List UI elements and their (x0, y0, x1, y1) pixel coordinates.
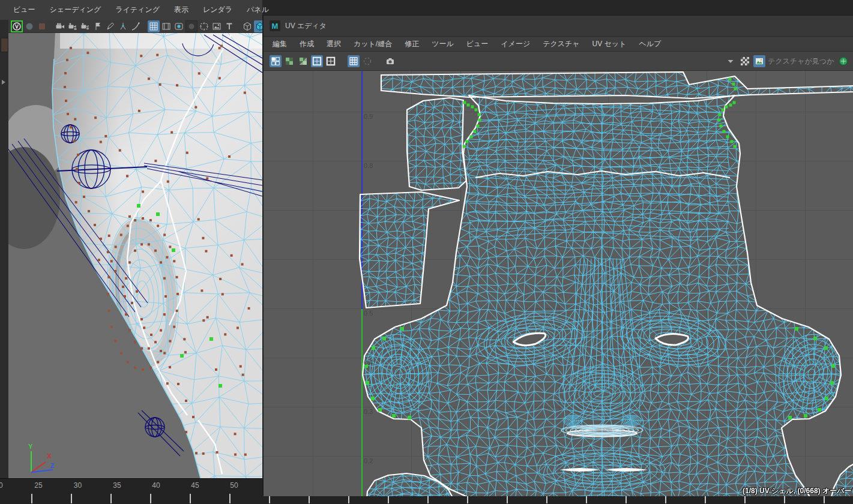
timeline-tick (71, 494, 72, 503)
toolbox-strip[interactable] (0, 20, 8, 478)
maya-window: ビューシェーディングライティング表示レンダラパネル 20253035404550… (0, 0, 853, 504)
timeline-frame-number: 45 (191, 481, 199, 490)
pixel-snap-grid-icon[interactable] (348, 55, 360, 67)
camera-icon[interactable] (54, 20, 66, 32)
sculpt-brush-icon[interactable] (130, 20, 142, 32)
toolbox-icon[interactable] (1, 38, 8, 52)
timeline-frame-number: 40 (152, 481, 160, 490)
timeline-frame-number: 50 (230, 481, 238, 490)
checker-a-icon[interactable] (283, 55, 295, 67)
uv-editor-window[interactable]: M UV エディタ 編集作成選択カット/縫合修正ツールビューイメージテクスチャU… (262, 15, 853, 496)
uv-editor-toolbar: テクスチャが見つかり… (264, 52, 853, 71)
image-display-icon[interactable] (753, 55, 765, 67)
resolution-gate-icon[interactable] (173, 20, 185, 32)
uv-grid-label: 0.8 (364, 162, 373, 169)
uv-grid-label: 0.2 (364, 457, 373, 464)
timeline-frame-number: 30 (74, 481, 82, 490)
timeline-tick (229, 494, 231, 503)
uv-snapshot-camera-icon[interactable] (384, 55, 396, 67)
perspective-viewport[interactable] (8, 33, 262, 478)
wireframe-cube-icon[interactable] (241, 20, 253, 32)
menu-ビュー[interactable]: ビュー (13, 5, 35, 15)
uv-menu-編集[interactable]: 編集 (273, 39, 287, 49)
dim-circle-icon[interactable] (361, 55, 373, 67)
viewport-toolbar (8, 20, 262, 33)
viewport-menubar: ビューシェーディングライティング表示レンダラパネル (0, 0, 262, 20)
curve-pencil-icon[interactable] (104, 20, 116, 32)
dim-material-icon[interactable] (36, 20, 48, 32)
uv-menu-イメージ[interactable]: イメージ (501, 39, 530, 49)
toolbox-expand-icon[interactable] (2, 80, 5, 85)
uv-menu-選択[interactable]: 選択 (327, 39, 341, 49)
uv-menu-カット/縫合[interactable]: カット/縫合 (354, 39, 392, 49)
uv-editor-titlebar[interactable]: M UV エディタ (264, 16, 853, 37)
timeline-tick (110, 494, 112, 503)
uv-canvas[interactable]: (1/8) UV シェル, (0/668) オーバーラップ UV 0.90.80… (264, 71, 853, 496)
field-chart-icon[interactable] (198, 20, 210, 32)
isolate-select-icon[interactable] (11, 20, 23, 32)
uv-menu-ヘルプ[interactable]: ヘルプ (639, 39, 661, 49)
menu-表示[interactable]: 表示 (174, 5, 188, 15)
timeline-tick (31, 494, 32, 503)
image-plane-icon[interactable] (211, 20, 223, 32)
uv-grid-label: 0.4 (364, 359, 373, 366)
uv-menu-作成[interactable]: 作成 (300, 39, 314, 49)
camera-lock-icon[interactable] (67, 20, 79, 32)
checker-texture-icon[interactable] (739, 55, 751, 67)
uv-menu-修正[interactable]: 修正 (405, 39, 419, 49)
uv-menu-テクスチャ[interactable]: テクスチャ (543, 39, 579, 49)
gate-mask-icon[interactable] (185, 20, 197, 32)
hud-text-icon[interactable] (223, 20, 235, 32)
uv-grid-label: 0.5 (364, 310, 373, 317)
dim-sphere-icon[interactable] (23, 20, 35, 32)
grid-toggle-icon[interactable] (148, 20, 160, 32)
menu-パネル[interactable]: パネル (247, 5, 269, 15)
film-gate-icon[interactable] (160, 20, 172, 32)
uv-toolbar-right-group: テクスチャが見つかり… (725, 52, 849, 71)
uv-grid-label: 0.3 (364, 408, 373, 415)
uv-menu-ツール[interactable]: ツール (432, 39, 454, 49)
maya-logo-icon: M (270, 20, 280, 31)
uv-editor-title: UV エディタ (285, 21, 327, 31)
timeline-tick (150, 494, 151, 503)
uv-mesh-canvas[interactable] (264, 71, 853, 496)
menu-ライティング[interactable]: ライティング (115, 5, 160, 15)
uv-editor-menubar: 編集作成選択カット/縫合修正ツールビューイメージテクスチャUV セットヘルプ (264, 37, 853, 52)
camera-attributes-icon[interactable] (79, 20, 91, 32)
checker-gradient-icon[interactable] (297, 55, 309, 67)
uv-menu-UV セット[interactable]: UV セット (592, 39, 627, 49)
snap-tool-icon[interactable] (117, 20, 129, 32)
timeline-frame-number: 20 (0, 481, 3, 490)
timeline-frame-number: 35 (113, 481, 121, 490)
bookmark-icon[interactable] (92, 20, 104, 32)
timeline-tick (190, 494, 191, 503)
uv-border-grid-active-icon[interactable] (311, 55, 323, 67)
dropdown-arrow-icon[interactable] (725, 55, 737, 67)
uv-grid-label: 0.9 (364, 113, 373, 120)
timeline-frame-number: 25 (34, 481, 42, 490)
uv-border-grid-icon[interactable] (325, 55, 337, 67)
texture-status-text: テクスチャが見つかり… (768, 56, 835, 67)
menu-レンダラ[interactable]: レンダラ (203, 5, 232, 15)
uv-menu-ビュー[interactable]: ビュー (466, 39, 489, 49)
menu-シェーディング[interactable]: シェーディング (50, 5, 101, 15)
uv-shell-layout-icon[interactable] (270, 55, 282, 67)
uv-distortion-icon[interactable] (837, 55, 849, 67)
viewport-canvas[interactable] (8, 33, 262, 478)
uv-shell-status: (1/8) UV シェル, (0/668) オーバーラップ UV (743, 486, 853, 496)
